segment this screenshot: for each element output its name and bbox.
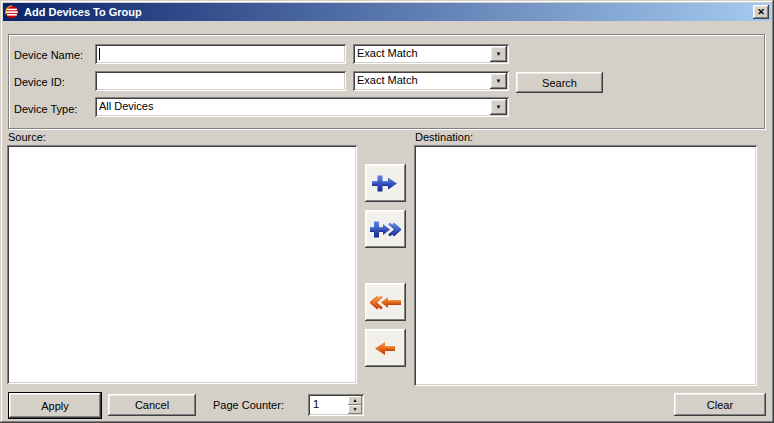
search-button[interactable]: Search [516, 72, 603, 93]
close-button[interactable]: ✕ [753, 5, 769, 19]
clear-button-label: Clear [707, 399, 733, 411]
search-button-label: Search [542, 77, 577, 89]
page-counter-spinner[interactable]: 1 ▲ ▼ [308, 394, 364, 416]
spinner-buttons: ▲ ▼ [348, 396, 362, 414]
device-name-match-select[interactable]: Exact Match ▼ [353, 44, 509, 64]
add-devices-to-group-dialog: Add Devices To Group ✕ Device Name: Exac… [0, 0, 774, 423]
device-id-match-select[interactable]: Exact Match ▼ [353, 71, 509, 91]
device-name-label: Device Name: [14, 49, 83, 61]
cancel-button[interactable]: Cancel [108, 394, 196, 416]
chevron-down-icon[interactable]: ▼ [490, 73, 507, 89]
device-name-input[interactable] [95, 44, 346, 64]
page-counter-value: 1 [313, 398, 319, 410]
source-label: Source: [8, 131, 46, 143]
page-counter-label: Page Counter: [213, 399, 284, 411]
device-type-select[interactable]: All Devices ▼ [95, 97, 509, 117]
device-id-input[interactable] [95, 71, 346, 91]
add-all-button[interactable] [365, 210, 406, 248]
remove-all-button[interactable] [365, 283, 406, 321]
spinner-up-icon[interactable]: ▲ [348, 396, 362, 405]
chevron-down-icon[interactable]: ▼ [490, 46, 507, 62]
window-title: Add Devices To Group [24, 6, 142, 18]
device-name-match-value: Exact Match [357, 47, 487, 59]
device-type-value: All Devices [99, 100, 487, 112]
apply-button[interactable]: Apply [8, 392, 102, 419]
remove-selected-button[interactable] [365, 329, 406, 367]
apply-button-label: Apply [41, 400, 69, 412]
cancel-button-label: Cancel [135, 399, 169, 411]
destination-label: Destination: [415, 131, 473, 143]
destination-listbox[interactable] [414, 145, 757, 386]
close-icon: ✕ [757, 8, 765, 17]
title-bar: Add Devices To Group ✕ [3, 3, 771, 21]
add-selected-button[interactable] [365, 164, 406, 202]
source-listbox[interactable] [7, 145, 357, 384]
chevron-down-icon[interactable]: ▼ [490, 99, 507, 115]
spinner-down-icon[interactable]: ▼ [348, 405, 362, 414]
add-all-icon [370, 220, 401, 239]
text-cursor [99, 48, 100, 60]
clear-button[interactable]: Clear [674, 393, 766, 416]
device-id-match-value: Exact Match [357, 74, 487, 86]
device-id-label: Device ID: [14, 76, 65, 88]
remove-icon [375, 339, 396, 358]
device-type-label: Device Type: [14, 103, 77, 115]
add-icon [372, 174, 399, 193]
app-icon [5, 5, 19, 19]
remove-all-icon [370, 293, 401, 312]
